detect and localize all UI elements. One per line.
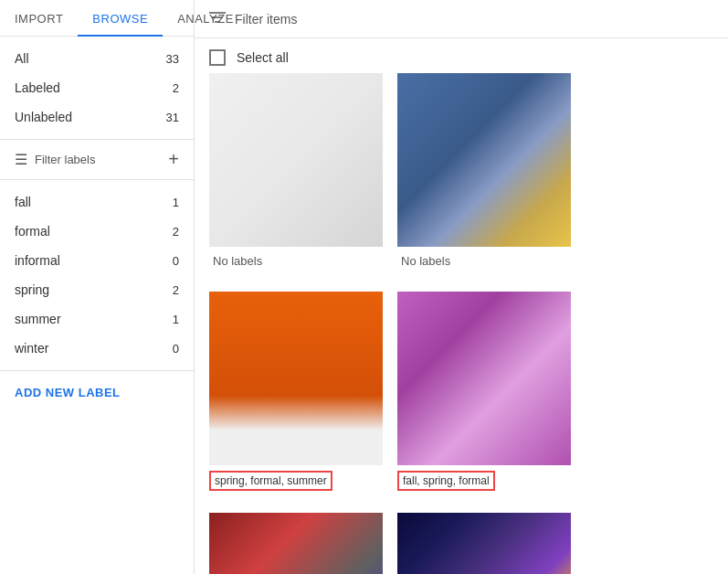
add-label-icon[interactable]: +	[168, 149, 179, 170]
tab-bar: IMPORT BROWSE ANALYZE	[0, 0, 194, 37]
image-card-1[interactable]: No labels	[209, 73, 383, 270]
image-thumb-2	[397, 73, 571, 247]
tab-browse[interactable]: BROWSE	[78, 3, 163, 37]
label-summer[interactable]: summer 1	[0, 304, 194, 334]
main-filter-icon	[209, 11, 226, 27]
sidebar: IMPORT BROWSE ANALYZE All 33 Labeled 2 U…	[0, 0, 195, 574]
label-spring[interactable]: spring 2	[0, 275, 194, 304]
label-formal[interactable]: formal 2	[0, 217, 194, 246]
filter-labels-row: ☰ Filter labels +	[0, 140, 194, 180]
add-new-label-button[interactable]: ADD NEW LABEL	[0, 375, 194, 410]
filter-icon: ☰	[15, 151, 27, 168]
image-label-1: No labels	[209, 252, 383, 270]
image-card-6[interactable]: No labels	[397, 513, 571, 574]
image-label-3: spring, formal, summer	[209, 471, 332, 491]
main-content: Filter items Select all No labels No lab…	[195, 0, 728, 574]
image-card-3[interactable]: spring, formal, summer	[209, 292, 383, 491]
image-card-5[interactable]: No labels	[209, 513, 383, 574]
count-labeled[interactable]: Labeled 2	[0, 73, 194, 102]
count-section: All 33 Labeled 2 Unlabeled 31	[0, 37, 194, 140]
main-filter-header: Filter items	[195, 0, 728, 38]
tab-import[interactable]: IMPORT	[0, 3, 78, 37]
filter-items-label: Filter items	[235, 12, 297, 27]
count-unlabeled[interactable]: Unlabeled 31	[0, 102, 194, 132]
image-thumb-4	[397, 292, 571, 465]
image-card-4[interactable]: fall, spring, formal	[397, 292, 571, 491]
image-card-2[interactable]: No labels	[397, 73, 571, 270]
label-fall[interactable]: fall 1	[0, 187, 194, 217]
image-grid: No labels No labels spring, formal, summ…	[195, 73, 728, 574]
image-thumb-3	[209, 292, 383, 465]
labels-section: fall 1 formal 2 informal 0 spring 2 summ…	[0, 180, 194, 371]
select-all-label: Select all	[237, 50, 289, 65]
image-label-4: fall, spring, formal	[397, 471, 495, 491]
label-informal[interactable]: informal 0	[0, 246, 194, 275]
image-label-2: No labels	[397, 252, 571, 270]
select-all-checkbox[interactable]	[209, 49, 226, 66]
image-thumb-1	[209, 73, 383, 247]
image-thumb-5	[209, 513, 383, 574]
count-all[interactable]: All 33	[0, 44, 194, 73]
image-thumb-6	[397, 513, 571, 574]
label-winter[interactable]: winter 0	[0, 334, 194, 363]
select-all-row: Select all	[195, 38, 728, 73]
